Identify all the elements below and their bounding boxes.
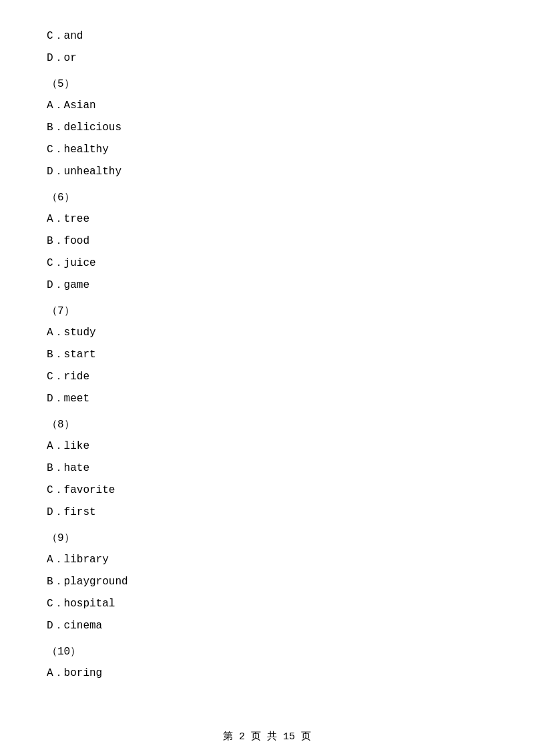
line-c-favorite: C．favorite bbox=[47, 481, 487, 500]
line-b-food: B．food bbox=[47, 232, 487, 251]
line-a-boring: A．boring bbox=[47, 664, 487, 683]
page-footer: 第 2 页 共 15 页 bbox=[0, 730, 534, 743]
line-d-cinema: D．cinema bbox=[47, 616, 487, 636]
line-c-hospital: C．hospital bbox=[47, 594, 487, 614]
line-a-study: A．study bbox=[47, 323, 487, 343]
line-q8: （8） bbox=[47, 415, 487, 435]
line-q5: （5） bbox=[47, 75, 487, 94]
line-d-game: D．game bbox=[47, 276, 487, 295]
line-b-playground: B．playground bbox=[47, 572, 487, 592]
line-b-delicious: B．delicious bbox=[47, 118, 487, 138]
line-c-and: C．and bbox=[47, 27, 487, 46]
line-c-ride: C．ride bbox=[47, 367, 487, 387]
line-d-unhealthy: D．unhealthy bbox=[47, 162, 487, 182]
line-a-asian: A．Asian bbox=[47, 96, 487, 116]
line-a-like: A．like bbox=[47, 437, 487, 456]
line-c-healthy: C．healthy bbox=[47, 140, 487, 160]
line-a-library: A．library bbox=[47, 550, 487, 570]
line-q9: （9） bbox=[47, 529, 487, 548]
line-d-first: D．first bbox=[47, 503, 487, 522]
line-c-juice: C．juice bbox=[47, 254, 487, 273]
line-d-meet: D．meet bbox=[47, 389, 487, 409]
line-q6: （6） bbox=[47, 188, 487, 208]
line-a-tree: A．tree bbox=[47, 210, 487, 229]
main-content: C．and D．or （5） A．Asian B．delicious C．hea… bbox=[0, 0, 534, 726]
line-q10: （10） bbox=[47, 642, 487, 662]
line-d-or: D．or bbox=[47, 49, 487, 68]
line-b-start: B．start bbox=[47, 345, 487, 365]
line-b-hate: B．hate bbox=[47, 459, 487, 478]
line-q7: （7） bbox=[47, 302, 487, 321]
